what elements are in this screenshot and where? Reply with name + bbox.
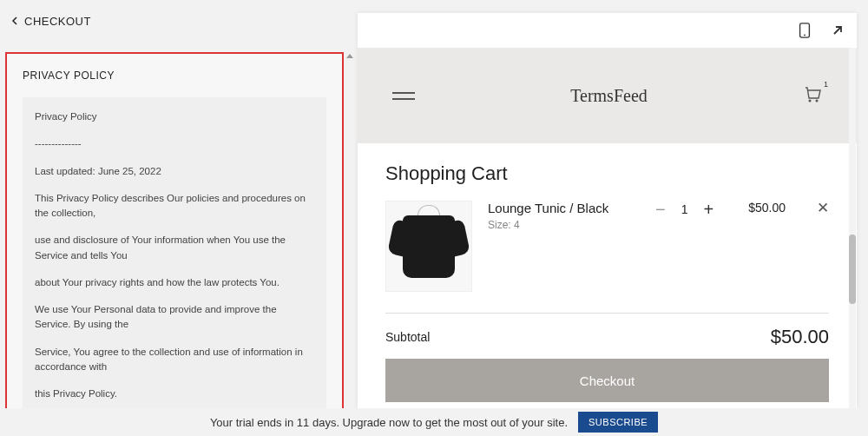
cart-badge: 1 xyxy=(824,80,828,89)
cart-item-row: Lounge Tunic / Black Size: 4 − 1 + $50.0… xyxy=(385,201,829,314)
left-scrollbar[interactable] xyxy=(345,52,354,421)
policy-line: use and disclosure of Your information w… xyxy=(35,233,314,263)
store-brand[interactable]: TermsFeed xyxy=(570,86,648,106)
policy-body[interactable]: Privacy Policy -------------- Last updat… xyxy=(23,97,326,421)
cart-title: Shopping Cart xyxy=(385,162,829,185)
svg-point-1 xyxy=(804,35,806,36)
scroll-up-icon xyxy=(346,54,353,58)
qty-increase-button[interactable]: + xyxy=(703,201,713,218)
policy-line: this Privacy Policy. xyxy=(35,386,314,401)
trial-banner: Your trial ends in 11 days. Upgrade now … xyxy=(0,408,868,436)
policy-line: This Privacy Policy describes Our polici… xyxy=(35,191,314,221)
store-header: TermsFeed 1 xyxy=(358,48,857,143)
product-name[interactable]: Lounge Tunic / Black xyxy=(488,201,640,215)
preview-scrollbar[interactable] xyxy=(849,48,856,408)
policy-line: Service, You agree to the collection and… xyxy=(35,345,314,375)
cart-icon xyxy=(803,85,822,102)
policy-line: -------------- xyxy=(35,136,314,151)
mobile-preview-icon[interactable] xyxy=(798,23,812,38)
product-thumbnail[interactable] xyxy=(385,201,472,292)
preview-frame: TermsFeed 1 Shopping Cart Lounge Tunic /… xyxy=(358,13,857,408)
cart-icon-button[interactable]: 1 xyxy=(803,85,822,106)
svg-point-3 xyxy=(815,100,818,102)
open-external-icon[interactable] xyxy=(831,23,845,38)
subtotal-label: Subtotal xyxy=(385,330,430,344)
product-variant: Size: 4 xyxy=(488,219,640,231)
back-to-checkout-link[interactable]: CHECKOUT xyxy=(10,15,91,28)
menu-button[interactable] xyxy=(392,92,415,100)
back-label: CHECKOUT xyxy=(24,15,91,28)
subscribe-button[interactable]: SUBSCRIBE xyxy=(578,412,658,433)
policy-line: We use Your Personal data to provide and… xyxy=(35,302,314,333)
scrollbar-thumb[interactable] xyxy=(849,235,856,304)
policy-panel-title: PRIVACY POLICY xyxy=(23,69,326,82)
policy-line: Last updated: June 25, 2022 xyxy=(35,164,314,179)
privacy-policy-panel: PRIVACY POLICY Privacy Policy ----------… xyxy=(5,52,344,421)
qty-decrease-button[interactable]: − xyxy=(655,201,666,218)
item-price: $50.00 xyxy=(748,201,786,215)
trial-message: Your trial ends in 11 days. Upgrade now … xyxy=(210,416,568,429)
remove-item-button[interactable]: ✕ xyxy=(817,201,829,215)
policy-line: about Your privacy rights and how the la… xyxy=(35,275,314,290)
subtotal-value: $50.00 xyxy=(771,326,829,348)
chevron-left-icon xyxy=(10,17,19,25)
svg-point-2 xyxy=(808,100,811,102)
qty-value: 1 xyxy=(681,202,688,216)
checkout-button[interactable]: Checkout xyxy=(385,359,829,402)
policy-line: Privacy Policy xyxy=(35,109,314,124)
